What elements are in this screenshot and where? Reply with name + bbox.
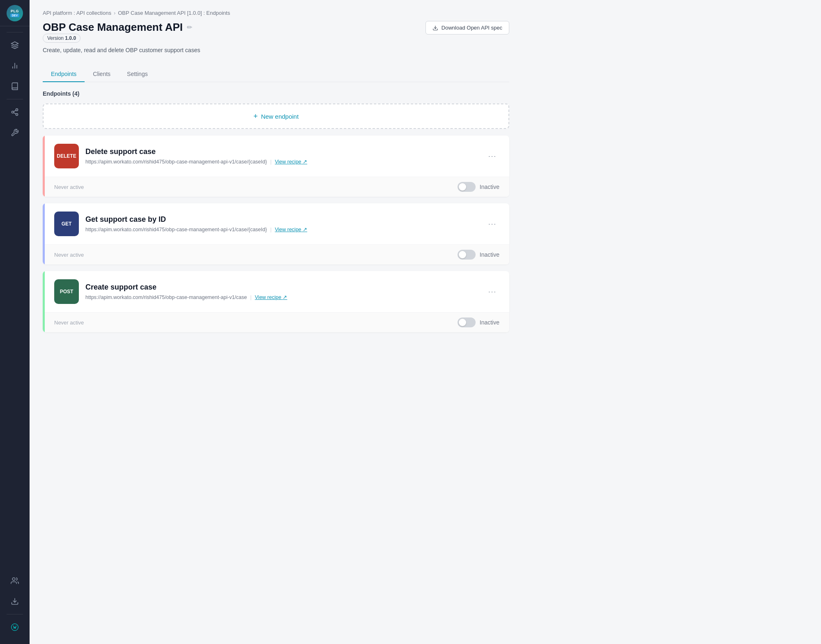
endpoint-card-delete: DELETE Delete support case https://apim.… — [43, 136, 509, 197]
workato-logo[interactable] — [6, 618, 24, 636]
sidebar-divider — [7, 32, 23, 32]
activity-get: Never active — [54, 252, 84, 258]
svg-point-4 — [16, 109, 18, 111]
book-icon — [11, 82, 19, 90]
sidebar-divider-3 — [7, 614, 23, 614]
external-link-icon-get: ↗ — [303, 227, 307, 232]
endpoint-url-post: https://apim.workato.com/rishid475/obp-c… — [85, 294, 478, 300]
dev-badge: DEV — [10, 14, 19, 17]
endpoint-name-post: Create support case — [85, 283, 478, 292]
breadcrumb-current: OBP Case Management API [1.0.0] : Endpoi… — [118, 10, 230, 16]
endpoint-info-post: Create support case https://apim.workato… — [85, 283, 478, 300]
toggle-post[interactable] — [458, 317, 476, 327]
toggle-knob-post — [459, 319, 466, 326]
endpoint-info-delete: Delete support case https://apim.workato… — [85, 147, 478, 165]
edit-icon[interactable]: ✏ — [187, 23, 192, 31]
breadcrumb: API platform : API collections › OBP Cas… — [43, 10, 509, 16]
sidebar-item-chart[interactable] — [6, 57, 24, 75]
activity-delete: Never active — [54, 184, 84, 190]
logo-circle: PLG DEV — [7, 5, 23, 21]
endpoint-name-get: Get support case by ID — [85, 215, 478, 224]
sidebar-item-export[interactable] — [6, 592, 24, 610]
activity-post: Never active — [54, 320, 84, 326]
tab-clients[interactable]: Clients — [85, 67, 119, 82]
sidebar-logo[interactable]: PLG DEV — [0, 0, 30, 26]
left-bar-delete — [43, 136, 45, 197]
toggle-get[interactable] — [458, 250, 476, 260]
endpoint-body-post: POST Create support case https://apim.wo… — [43, 271, 509, 312]
recipe-link-delete[interactable]: View recipe ↗ — [275, 159, 307, 165]
status-label-get: Inactive — [480, 251, 499, 258]
export-icon — [11, 597, 19, 605]
method-badge-post: POST — [54, 279, 79, 304]
sidebar-divider-2 — [7, 99, 23, 99]
wrench-icon — [11, 129, 19, 137]
endpoint-info-get: Get support case by ID https://apim.work… — [85, 215, 478, 232]
endpoint-footer-get: Never active Inactive — [43, 244, 509, 264]
tabs: Endpoints Clients Settings — [43, 67, 509, 82]
endpoint-url-delete: https://apim.workato.com/rishid475/obp-c… — [85, 159, 478, 165]
svg-line-7 — [14, 113, 16, 114]
toggle-delete[interactable] — [458, 182, 476, 192]
left-bar-get — [43, 203, 45, 264]
svg-line-8 — [14, 110, 16, 111]
more-menu-post[interactable]: ⋯ — [485, 286, 499, 297]
endpoint-actions-delete: ⋯ — [485, 150, 499, 162]
title-section: OBP Case Management API ✏ Version 1.0.0 … — [43, 21, 200, 62]
sidebar-item-wrench[interactable] — [6, 124, 24, 142]
layers-icon — [11, 41, 19, 49]
recipe-link-get[interactable]: View recipe ↗ — [275, 226, 307, 232]
recipe-link-label-get: View recipe — [275, 227, 301, 232]
endpoint-actions-get: ⋯ — [485, 218, 499, 230]
recipe-link-label-delete: View recipe — [275, 159, 301, 165]
tab-settings[interactable]: Settings — [119, 67, 156, 82]
download-button[interactable]: Download Open API spec — [425, 21, 509, 34]
sidebar-item-share[interactable] — [6, 103, 24, 121]
sidebar-item-users[interactable] — [6, 572, 24, 590]
page-header: OBP Case Management API ✏ Version 1.0.0 … — [43, 21, 509, 62]
url-text-delete: https://apim.workato.com/rishid475/obp-c… — [85, 159, 267, 165]
status-label-delete: Inactive — [480, 184, 499, 190]
workato-icon — [11, 623, 19, 631]
toggle-row-get: Inactive — [458, 250, 499, 260]
method-badge-delete: DELETE — [54, 144, 79, 168]
endpoint-actions-post: ⋯ — [485, 286, 499, 297]
more-menu-get[interactable]: ⋯ — [485, 218, 499, 230]
new-endpoint-label: New endpoint — [261, 113, 299, 120]
plus-icon: + — [253, 113, 258, 120]
endpoint-url-get: https://apim.workato.com/rishid475/obp-c… — [85, 226, 478, 232]
tab-endpoints[interactable]: Endpoints — [43, 67, 85, 82]
toggle-row-post: Inactive — [458, 317, 499, 327]
sidebar: PLG DEV — [0, 0, 30, 644]
left-bar-post — [43, 271, 45, 332]
page-title-row: OBP Case Management API ✏ — [43, 21, 200, 34]
page-description: Create, update, read and delete OBP cust… — [43, 47, 200, 53]
page-title: OBP Case Management API — [43, 21, 183, 34]
endpoint-body-delete: DELETE Delete support case https://apim.… — [43, 136, 509, 177]
sidebar-item-book[interactable] — [6, 77, 24, 95]
recipe-link-post[interactable]: View recipe ↗ — [255, 294, 287, 300]
endpoint-card-get: GET Get support case by ID https://apim.… — [43, 203, 509, 264]
status-label-post: Inactive — [480, 319, 499, 326]
endpoint-footer-delete: Never active Inactive — [43, 177, 509, 197]
svg-point-9 — [12, 578, 15, 581]
endpoint-card-post: POST Create support case https://apim.wo… — [43, 271, 509, 332]
external-link-icon-post: ↗ — [283, 294, 287, 300]
breadcrumb-separator: › — [114, 10, 115, 16]
logo-text: PLG — [11, 9, 19, 13]
svg-point-6 — [16, 113, 18, 115]
svg-marker-0 — [11, 42, 18, 45]
download-icon — [432, 25, 438, 31]
url-text-post: https://apim.workato.com/rishid475/obp-c… — [85, 294, 247, 300]
sidebar-item-layers[interactable] — [6, 36, 24, 54]
toggle-knob-delete — [459, 183, 466, 191]
external-link-icon-delete: ↗ — [303, 159, 307, 165]
chart-icon — [11, 62, 19, 70]
endpoints-section-header: Endpoints (4) — [43, 90, 509, 97]
more-menu-delete[interactable]: ⋯ — [485, 150, 499, 162]
svg-point-5 — [12, 111, 14, 113]
new-endpoint-button[interactable]: + New endpoint — [43, 104, 509, 129]
main-content: API platform : API collections › OBP Cas… — [30, 0, 821, 644]
recipe-link-label-post: View recipe — [255, 294, 281, 300]
breadcrumb-api-platform[interactable]: API platform : API collections — [43, 10, 111, 16]
